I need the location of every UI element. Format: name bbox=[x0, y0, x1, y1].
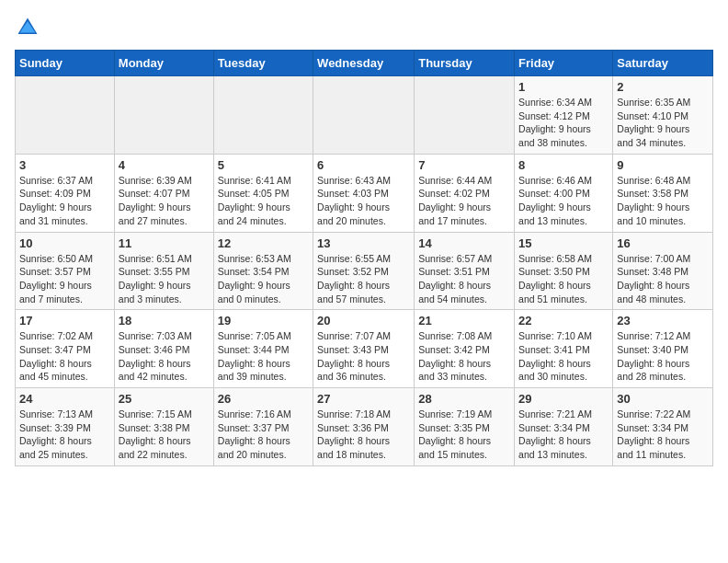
day-info: Sunrise: 7:10 AM Sunset: 3:41 PM Dayligh… bbox=[518, 329, 609, 384]
calendar-cell: 29Sunrise: 7:21 AM Sunset: 3:34 PM Dayli… bbox=[515, 388, 613, 466]
day-info: Sunrise: 7:18 AM Sunset: 3:36 PM Dayligh… bbox=[317, 408, 410, 462]
calendar-cell: 8Sunrise: 6:46 AM Sunset: 4:00 PM Daylig… bbox=[515, 154, 613, 232]
calendar-week-row: 3Sunrise: 6:37 AM Sunset: 4:09 PM Daylig… bbox=[16, 154, 713, 232]
day-info: Sunrise: 7:05 AM Sunset: 3:44 PM Dayligh… bbox=[218, 329, 309, 384]
day-number: 9 bbox=[617, 158, 709, 172]
day-of-week-header: Saturday bbox=[613, 51, 713, 76]
day-number: 24 bbox=[19, 392, 110, 406]
calendar-cell: 14Sunrise: 6:57 AM Sunset: 3:51 PM Dayli… bbox=[415, 232, 515, 310]
day-number: 2 bbox=[617, 80, 709, 94]
calendar-cell: 11Sunrise: 6:51 AM Sunset: 3:55 PM Dayli… bbox=[114, 232, 213, 310]
day-info: Sunrise: 7:02 AM Sunset: 3:47 PM Dayligh… bbox=[19, 329, 110, 384]
day-number: 14 bbox=[418, 236, 510, 250]
calendar-cell: 6Sunrise: 6:43 AM Sunset: 4:03 PM Daylig… bbox=[313, 154, 415, 232]
day-info: Sunrise: 7:08 AM Sunset: 3:42 PM Dayligh… bbox=[418, 329, 510, 384]
calendar-cell: 26Sunrise: 7:16 AM Sunset: 3:37 PM Dayli… bbox=[213, 388, 313, 466]
calendar-cell: 1Sunrise: 6:34 AM Sunset: 4:12 PM Daylig… bbox=[515, 76, 613, 155]
day-number: 29 bbox=[518, 392, 609, 406]
calendar-cell bbox=[213, 76, 313, 155]
calendar-cell: 20Sunrise: 7:07 AM Sunset: 3:43 PM Dayli… bbox=[313, 310, 415, 388]
calendar-week-row: 1Sunrise: 6:34 AM Sunset: 4:12 PM Daylig… bbox=[16, 76, 713, 155]
calendar-cell: 13Sunrise: 6:55 AM Sunset: 3:52 PM Dayli… bbox=[313, 232, 415, 310]
calendar-cell: 28Sunrise: 7:19 AM Sunset: 3:35 PM Dayli… bbox=[415, 388, 515, 466]
calendar-cell: 9Sunrise: 6:48 AM Sunset: 3:58 PM Daylig… bbox=[613, 154, 713, 232]
day-of-week-header: Tuesday bbox=[213, 51, 313, 76]
logo-icon bbox=[15, 15, 40, 40]
calendar-cell: 21Sunrise: 7:08 AM Sunset: 3:42 PM Dayli… bbox=[415, 310, 515, 388]
calendar-cell bbox=[415, 76, 515, 155]
day-info: Sunrise: 6:55 AM Sunset: 3:52 PM Dayligh… bbox=[317, 252, 410, 306]
day-number: 26 bbox=[218, 392, 309, 406]
day-info: Sunrise: 7:21 AM Sunset: 3:34 PM Dayligh… bbox=[518, 408, 609, 462]
day-info: Sunrise: 6:34 AM Sunset: 4:12 PM Dayligh… bbox=[518, 96, 609, 150]
calendar-cell: 19Sunrise: 7:05 AM Sunset: 3:44 PM Dayli… bbox=[213, 310, 313, 388]
day-of-week-header: Thursday bbox=[415, 51, 515, 76]
day-number: 10 bbox=[19, 236, 110, 250]
day-info: Sunrise: 6:44 AM Sunset: 4:02 PM Dayligh… bbox=[418, 174, 510, 228]
day-info: Sunrise: 6:43 AM Sunset: 4:03 PM Dayligh… bbox=[317, 174, 410, 228]
day-number: 28 bbox=[418, 392, 510, 406]
calendar-cell: 12Sunrise: 6:53 AM Sunset: 3:54 PM Dayli… bbox=[213, 232, 313, 310]
day-info: Sunrise: 6:57 AM Sunset: 3:51 PM Dayligh… bbox=[418, 252, 510, 306]
calendar-cell: 27Sunrise: 7:18 AM Sunset: 3:36 PM Dayli… bbox=[313, 388, 415, 466]
calendar-cell: 16Sunrise: 7:00 AM Sunset: 3:48 PM Dayli… bbox=[613, 232, 713, 310]
day-number: 15 bbox=[518, 236, 609, 250]
day-number: 3 bbox=[19, 158, 110, 172]
day-info: Sunrise: 6:41 AM Sunset: 4:05 PM Dayligh… bbox=[218, 174, 309, 228]
calendar-cell: 25Sunrise: 7:15 AM Sunset: 3:38 PM Dayli… bbox=[114, 388, 213, 466]
day-header-row: SundayMondayTuesdayWednesdayThursdayFrid… bbox=[16, 51, 713, 76]
calendar-header: SundayMondayTuesdayWednesdayThursdayFrid… bbox=[16, 51, 713, 76]
day-info: Sunrise: 7:07 AM Sunset: 3:43 PM Dayligh… bbox=[317, 329, 410, 384]
day-number: 4 bbox=[119, 158, 210, 172]
day-info: Sunrise: 6:50 AM Sunset: 3:57 PM Dayligh… bbox=[19, 252, 110, 306]
day-info: Sunrise: 7:19 AM Sunset: 3:35 PM Dayligh… bbox=[418, 408, 510, 462]
calendar-cell: 7Sunrise: 6:44 AM Sunset: 4:02 PM Daylig… bbox=[415, 154, 515, 232]
day-info: Sunrise: 7:22 AM Sunset: 3:34 PM Dayligh… bbox=[617, 408, 709, 462]
day-info: Sunrise: 7:12 AM Sunset: 3:40 PM Dayligh… bbox=[617, 329, 709, 384]
day-info: Sunrise: 7:00 AM Sunset: 3:48 PM Dayligh… bbox=[617, 252, 709, 306]
calendar-table: SundayMondayTuesdayWednesdayThursdayFrid… bbox=[15, 50, 713, 466]
day-number: 20 bbox=[317, 314, 410, 327]
calendar-cell: 23Sunrise: 7:12 AM Sunset: 3:40 PM Dayli… bbox=[613, 310, 713, 388]
calendar-cell bbox=[16, 76, 115, 155]
day-info: Sunrise: 7:15 AM Sunset: 3:38 PM Dayligh… bbox=[119, 408, 210, 462]
calendar-cell: 2Sunrise: 6:35 AM Sunset: 4:10 PM Daylig… bbox=[613, 76, 713, 155]
calendar-week-row: 24Sunrise: 7:13 AM Sunset: 3:39 PM Dayli… bbox=[16, 388, 713, 466]
day-info: Sunrise: 6:51 AM Sunset: 3:55 PM Dayligh… bbox=[119, 252, 210, 306]
day-number: 19 bbox=[218, 314, 309, 327]
day-info: Sunrise: 7:03 AM Sunset: 3:46 PM Dayligh… bbox=[119, 329, 210, 384]
day-info: Sunrise: 7:16 AM Sunset: 3:37 PM Dayligh… bbox=[218, 408, 309, 462]
day-number: 16 bbox=[617, 236, 709, 250]
calendar-cell: 10Sunrise: 6:50 AM Sunset: 3:57 PM Dayli… bbox=[16, 232, 115, 310]
day-number: 17 bbox=[19, 314, 110, 327]
calendar-cell: 17Sunrise: 7:02 AM Sunset: 3:47 PM Dayli… bbox=[16, 310, 115, 388]
calendar-cell: 22Sunrise: 7:10 AM Sunset: 3:41 PM Dayli… bbox=[515, 310, 613, 388]
day-number: 30 bbox=[617, 392, 709, 406]
day-info: Sunrise: 6:58 AM Sunset: 3:50 PM Dayligh… bbox=[518, 252, 609, 306]
day-number: 8 bbox=[518, 158, 609, 172]
calendar-week-row: 17Sunrise: 7:02 AM Sunset: 3:47 PM Dayli… bbox=[16, 310, 713, 388]
day-info: Sunrise: 6:35 AM Sunset: 4:10 PM Dayligh… bbox=[617, 96, 709, 150]
calendar-cell: 30Sunrise: 7:22 AM Sunset: 3:34 PM Dayli… bbox=[613, 388, 713, 466]
day-of-week-header: Friday bbox=[515, 51, 613, 76]
calendar-cell: 18Sunrise: 7:03 AM Sunset: 3:46 PM Dayli… bbox=[114, 310, 213, 388]
day-of-week-header: Wednesday bbox=[313, 51, 415, 76]
calendar-cell: 24Sunrise: 7:13 AM Sunset: 3:39 PM Dayli… bbox=[16, 388, 115, 466]
day-info: Sunrise: 6:48 AM Sunset: 3:58 PM Dayligh… bbox=[617, 174, 709, 228]
day-info: Sunrise: 7:13 AM Sunset: 3:39 PM Dayligh… bbox=[19, 408, 110, 462]
day-number: 7 bbox=[418, 158, 510, 172]
day-number: 1 bbox=[518, 80, 609, 94]
calendar-body: 1Sunrise: 6:34 AM Sunset: 4:12 PM Daylig… bbox=[16, 76, 713, 466]
day-number: 12 bbox=[218, 236, 309, 250]
calendar-cell: 5Sunrise: 6:41 AM Sunset: 4:05 PM Daylig… bbox=[213, 154, 313, 232]
day-info: Sunrise: 6:37 AM Sunset: 4:09 PM Dayligh… bbox=[19, 174, 110, 228]
day-number: 11 bbox=[119, 236, 210, 250]
day-number: 18 bbox=[119, 314, 210, 327]
calendar-cell bbox=[313, 76, 415, 155]
day-number: 25 bbox=[119, 392, 210, 406]
day-number: 22 bbox=[518, 314, 609, 327]
day-of-week-header: Sunday bbox=[16, 51, 115, 76]
day-number: 13 bbox=[317, 236, 410, 250]
day-number: 6 bbox=[317, 158, 410, 172]
day-info: Sunrise: 6:46 AM Sunset: 4:00 PM Dayligh… bbox=[518, 174, 609, 228]
